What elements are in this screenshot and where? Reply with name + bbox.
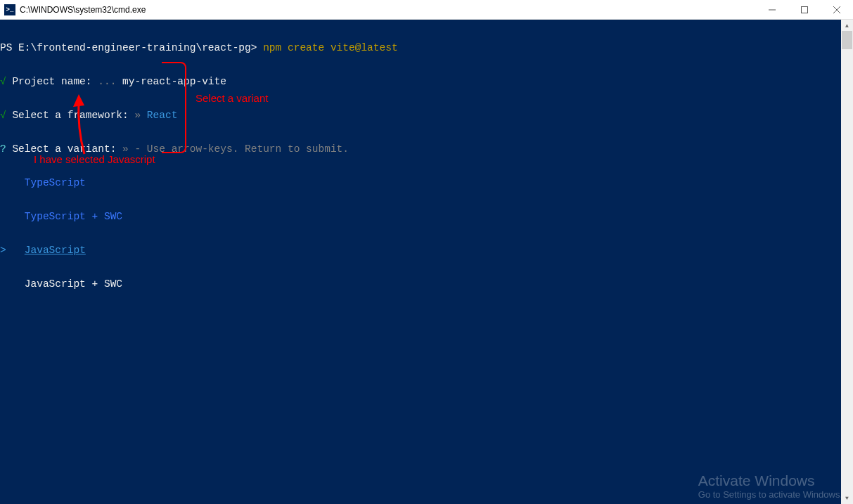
watermark-subtitle: Go to Settings to activate Windows. bbox=[698, 489, 842, 500]
close-button[interactable] bbox=[821, 0, 853, 19]
activate-windows-watermark: Activate Windows Go to Settings to activ… bbox=[698, 472, 842, 500]
close-icon bbox=[833, 6, 840, 13]
window-title: C:\WINDOWS\system32\cmd.exe bbox=[20, 5, 756, 15]
minimize-button[interactable] bbox=[756, 0, 788, 19]
svg-rect-1 bbox=[802, 6, 808, 13]
maximize-icon bbox=[801, 6, 808, 13]
scrollbar-up-arrow-icon[interactable]: ▲ bbox=[841, 20, 853, 32]
selection-marker: > bbox=[0, 245, 25, 256]
check-icon: √ bbox=[0, 76, 6, 87]
variant-option-javascript-swc[interactable]: JavaScript + SWC bbox=[0, 278, 122, 290]
powershell-icon: >_ bbox=[4, 4, 15, 15]
arrow-marker: » bbox=[134, 110, 146, 121]
prompt-path: PS E:\frontend-engineer-training\react-p… bbox=[0, 42, 263, 53]
framework-label: Select a framework: bbox=[6, 110, 135, 121]
variant-option-javascript-selected[interactable]: JavaScript bbox=[25, 245, 86, 256]
window-titlebar: >_ C:\WINDOWS\system32\cmd.exe bbox=[0, 0, 853, 20]
vertical-scrollbar[interactable]: ▲ ▼ bbox=[841, 20, 853, 504]
dots: ... bbox=[98, 76, 122, 87]
typed-command: npm create vite@latest bbox=[263, 42, 397, 53]
question-icon: ? bbox=[0, 143, 6, 155]
variant-option-typescript[interactable]: TypeScript bbox=[0, 177, 86, 188]
scrollbar-thumb[interactable] bbox=[842, 31, 852, 49]
scrollbar-down-arrow-icon[interactable]: ▼ bbox=[841, 492, 853, 504]
annotation-selected-label: I have selected Javascript bbox=[34, 153, 155, 165]
annotation-bracket bbox=[162, 62, 186, 153]
check-icon: √ bbox=[0, 110, 6, 121]
terminal-area[interactable]: PS E:\frontend-engineer-training\react-p… bbox=[0, 20, 853, 504]
window-controls bbox=[756, 0, 853, 19]
maximize-button[interactable] bbox=[788, 0, 821, 19]
variant-option-typescript-swc[interactable]: TypeScript + SWC bbox=[0, 211, 122, 222]
annotation-variant-label: Select a variant bbox=[195, 92, 268, 104]
watermark-title: Activate Windows bbox=[698, 472, 842, 489]
project-name-label: Project name: bbox=[6, 76, 98, 87]
terminal-output: PS E:\frontend-engineer-training\react-p… bbox=[0, 20, 853, 312]
minimize-icon bbox=[769, 6, 776, 13]
